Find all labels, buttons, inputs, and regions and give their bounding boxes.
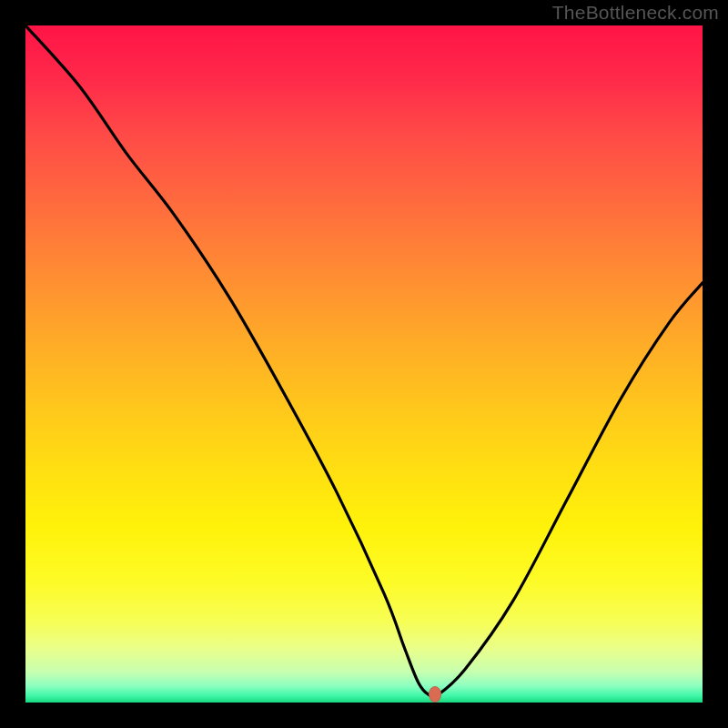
optimal-point-marker	[429, 686, 441, 703]
plot-area	[25, 25, 703, 703]
chart-frame: TheBottleneck.com	[0, 0, 728, 728]
bottleneck-curve	[25, 25, 703, 703]
watermark-text: TheBottleneck.com	[552, 2, 719, 24]
